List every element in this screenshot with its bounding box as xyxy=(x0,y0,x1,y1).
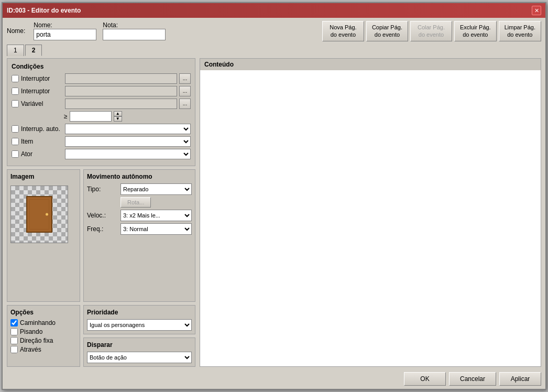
spin-down[interactable]: ▼ xyxy=(114,116,122,122)
direcao-checkbox[interactable] xyxy=(10,337,18,344)
tab-1[interactable]: 1 xyxy=(7,45,24,56)
content-section: Conteúdo xyxy=(200,58,541,367)
cancelar-button[interactable]: Cancelar xyxy=(449,372,496,386)
colar-pag-button[interactable]: Colar Pág. do evento xyxy=(410,21,452,41)
left-panel: Condições Interruptor ... Interruptor ..… xyxy=(7,58,195,367)
caminhando-row: Caminhando xyxy=(10,319,76,326)
priority-select[interactable]: Igual os personagens xyxy=(87,319,192,331)
interruptor2-btn[interactable]: ... xyxy=(179,86,191,96)
variavel-row: Variável ... xyxy=(12,99,191,109)
options-section: Opções Caminhando Pisando Direção fixa xyxy=(7,305,80,367)
conditions-title: Condições xyxy=(12,63,191,70)
caminhando-checkbox[interactable] xyxy=(10,319,18,326)
item-checkbox[interactable] xyxy=(12,138,19,145)
trigger-section: Disparar Botão de ação xyxy=(83,337,195,367)
ator-row: Ator xyxy=(12,149,191,159)
atraves-label: Através xyxy=(20,346,41,353)
bottom-left: Imagem Movimento autônomo T xyxy=(7,169,195,302)
ge-symbol: ≥ xyxy=(64,113,68,120)
spin-up[interactable]: ▲ xyxy=(114,111,122,116)
interruptor1-btn[interactable]: ... xyxy=(179,73,191,84)
item-label: Item xyxy=(21,138,63,145)
pisando-label: Pisando xyxy=(20,328,42,335)
content-list[interactable] xyxy=(200,70,541,366)
main-window: ID:003 - Editor do evento ✕ Nome: Nome: … xyxy=(2,2,546,390)
pisando-checkbox[interactable] xyxy=(10,328,18,335)
interruptor1-checkbox[interactable] xyxy=(12,75,19,82)
title-bar: ID:003 - Editor do evento ✕ xyxy=(3,3,545,18)
movement-section: Movimento autônomo Tipo: Reparado Rota..… xyxy=(83,169,195,302)
interruptor1-input[interactable] xyxy=(65,73,177,84)
window-title: ID:003 - Editor do evento xyxy=(7,7,81,14)
interruptor1-row: Interruptor ... xyxy=(12,73,191,84)
nome-label-text: Nome: xyxy=(34,21,96,29)
nome-input[interactable] xyxy=(34,29,96,40)
interruptor2-label: Interruptor xyxy=(21,88,63,95)
interrup-auto-select[interactable] xyxy=(65,124,191,134)
freq-select[interactable]: 3: Normal xyxy=(120,223,192,235)
image-section: Imagem xyxy=(7,169,80,302)
toolbar: Nome: Nome: Nota: Nova Pág. do evento Co… xyxy=(3,18,545,45)
ge-input[interactable] xyxy=(70,111,112,122)
ge-row: ≥ ▲ ▼ xyxy=(64,111,191,122)
content-title: Conteúdo xyxy=(200,59,541,70)
tipo-label: Tipo: xyxy=(87,186,118,193)
direcao-row: Direção fixa xyxy=(10,337,76,344)
aplicar-button[interactable]: Aplicar xyxy=(499,372,541,386)
copiar-pag-button[interactable]: Copiar Pág. do evento xyxy=(366,21,408,41)
spin-buttons: ▲ ▼ xyxy=(114,111,122,122)
tipo-row: Tipo: Reparado xyxy=(87,183,192,195)
caminhando-label: Caminhando xyxy=(20,319,56,326)
ator-select[interactable] xyxy=(65,149,191,159)
item-row: Item xyxy=(12,136,191,147)
limpar-pag-button[interactable]: Limpar Pág. do evento xyxy=(499,21,541,41)
atraves-checkbox[interactable] xyxy=(10,346,18,353)
conditions-section: Condições Interruptor ... Interruptor ..… xyxy=(7,58,195,166)
interruptor1-label: Interruptor xyxy=(21,75,63,82)
tab-2[interactable]: 2 xyxy=(25,45,42,56)
ator-label: Ator xyxy=(21,150,63,158)
interrup-auto-row: Interrup. auto. xyxy=(12,124,191,134)
variavel-label: Variável xyxy=(21,100,63,107)
close-button[interactable]: ✕ xyxy=(532,6,541,15)
ok-button[interactable]: OK xyxy=(404,372,446,386)
veloc-label: Veloc.: xyxy=(87,212,118,219)
nota-label-text: Nota: xyxy=(103,21,166,29)
movement-title: Movimento autônomo xyxy=(87,173,192,180)
nome-label: Nome: xyxy=(7,27,25,35)
image-box[interactable] xyxy=(10,186,68,243)
interrup-auto-label: Interrup. auto. xyxy=(21,125,63,133)
item-select[interactable] xyxy=(65,136,191,147)
freq-label: Freq.: xyxy=(87,225,118,233)
nota-input[interactable] xyxy=(103,29,166,40)
priority-section: Prioridade Igual os personagens xyxy=(83,305,195,334)
interruptor2-checkbox[interactable] xyxy=(12,88,19,95)
bottom-sections: Opções Caminhando Pisando Direção fixa xyxy=(7,305,195,367)
right-panel: Conteúdo xyxy=(200,58,541,367)
options-title: Opções xyxy=(10,309,76,316)
veloc-select[interactable]: 3: x2 Mais le... xyxy=(120,210,192,221)
variavel-input[interactable] xyxy=(65,99,177,109)
excluir-pag-button[interactable]: Excluir Pág. do evento xyxy=(454,21,497,41)
tabs-row: 1 2 xyxy=(3,45,545,56)
main-content: Condições Interruptor ... Interruptor ..… xyxy=(3,56,545,369)
priority-title: Prioridade xyxy=(87,309,192,316)
freq-row: Freq.: 3: Normal xyxy=(87,223,192,235)
atraves-row: Através xyxy=(10,346,76,353)
pisando-row: Pisando xyxy=(10,328,76,335)
interruptor2-row: Interruptor ... xyxy=(12,86,191,96)
rota-button[interactable]: Rota... xyxy=(120,197,151,208)
variavel-btn[interactable]: ... xyxy=(179,99,191,109)
interruptor2-input[interactable] xyxy=(65,86,177,96)
tipo-select[interactable]: Reparado xyxy=(120,183,192,195)
direcao-label: Direção fixa xyxy=(20,337,53,344)
nova-pag-button[interactable]: Nova Pág. do evento xyxy=(322,21,364,41)
ator-checkbox[interactable] xyxy=(12,150,19,158)
footer: OK Cancelar Aplicar xyxy=(3,369,545,389)
name-section: Nome: xyxy=(7,27,27,35)
interrup-auto-checkbox[interactable] xyxy=(12,125,19,133)
variavel-checkbox[interactable] xyxy=(12,100,19,107)
veloc-row: Veloc.: 3: x2 Mais le... xyxy=(87,210,192,221)
trigger-select[interactable]: Botão de ação xyxy=(87,352,192,363)
trigger-title: Disparar xyxy=(87,341,192,349)
